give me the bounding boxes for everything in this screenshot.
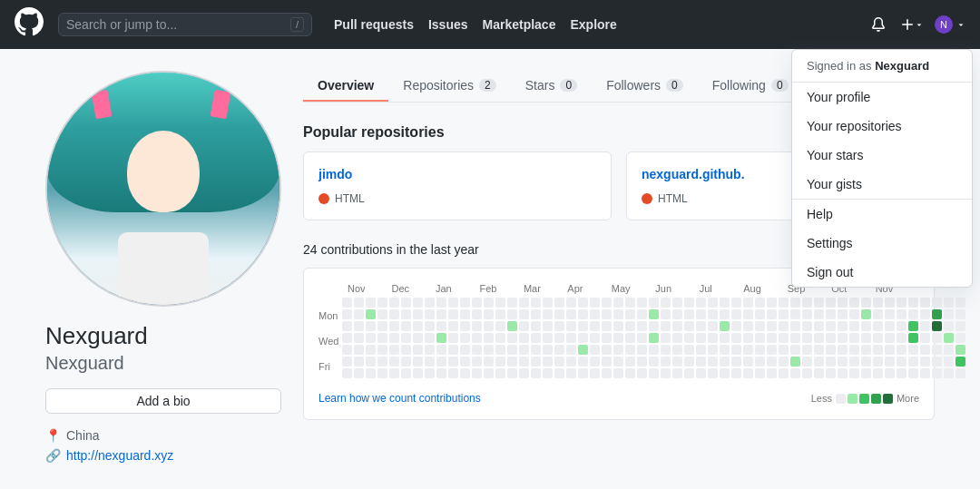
day-cell xyxy=(767,321,777,331)
day-cell xyxy=(849,298,859,308)
week-col xyxy=(531,298,541,385)
dropdown-sign-out[interactable]: Sign out xyxy=(792,258,972,287)
day-cell xyxy=(814,333,824,343)
day-cell xyxy=(920,309,930,319)
tab-following[interactable]: Following 0 xyxy=(698,71,803,102)
new-dropdown-button[interactable] xyxy=(897,14,927,35)
day-cell xyxy=(519,298,529,308)
week-col xyxy=(425,298,435,385)
dropdown-your-profile[interactable]: Your profile xyxy=(792,83,972,112)
day-cell xyxy=(897,357,906,367)
day-cell xyxy=(767,368,777,378)
day-cell xyxy=(779,357,789,367)
location-icon: 📍 xyxy=(45,428,61,443)
day-cell xyxy=(436,357,446,367)
day-cell xyxy=(944,345,954,355)
repo-name-0[interactable]: jimdo xyxy=(318,167,352,181)
day-cell xyxy=(920,357,930,367)
day-cell xyxy=(708,309,718,319)
github-logo[interactable] xyxy=(15,7,44,42)
day-cell xyxy=(519,345,529,355)
week-col xyxy=(720,298,730,385)
search-input[interactable] xyxy=(66,17,283,32)
dropdown-your-repositories[interactable]: Your repositories xyxy=(792,112,972,141)
day-cell xyxy=(708,333,718,343)
nav-marketplace[interactable]: Marketplace xyxy=(483,17,556,32)
notifications-button[interactable] xyxy=(867,14,889,35)
tab-repositories-label: Repositories xyxy=(403,78,474,93)
learn-contributions-link[interactable]: Learn how we count contributions xyxy=(318,392,481,405)
day-cell xyxy=(625,333,635,343)
day-cell xyxy=(672,321,682,331)
tab-followers[interactable]: Followers 0 xyxy=(592,71,698,102)
signed-in-prefix: Signed in as xyxy=(807,59,875,73)
tab-repositories[interactable]: Repositories 2 xyxy=(388,71,511,102)
dropdown-your-stars[interactable]: Your stars xyxy=(792,141,972,170)
day-cell xyxy=(649,345,659,355)
day-cell xyxy=(495,298,505,308)
day-cell xyxy=(354,357,364,367)
tab-stars[interactable]: Stars 0 xyxy=(511,71,592,102)
day-cell xyxy=(613,333,623,343)
tab-overview[interactable]: Overview xyxy=(303,71,388,102)
day-cell xyxy=(613,357,623,367)
add-bio-button[interactable]: Add a bio xyxy=(45,388,281,414)
day-cell xyxy=(377,309,387,319)
day-cell xyxy=(460,309,470,319)
week-col xyxy=(401,298,411,385)
day-cell xyxy=(672,298,682,308)
profile-website-link[interactable]: http://nexguard.xyz xyxy=(66,448,173,463)
profile-avatar-large xyxy=(45,71,281,307)
dropdown-your-gists[interactable]: Your gists xyxy=(792,170,972,199)
day-cell xyxy=(672,309,682,319)
user-avatar-button[interactable]: N xyxy=(935,15,965,34)
week-col xyxy=(507,298,517,385)
repo-name-1[interactable]: nexguard.github. xyxy=(642,167,745,181)
day-cell xyxy=(826,345,836,355)
day-cell xyxy=(531,309,541,319)
dropdown-settings[interactable]: Settings xyxy=(792,229,972,258)
day-cell xyxy=(885,333,895,343)
tab-followers-count: 0 xyxy=(666,79,683,92)
day-cell xyxy=(755,309,765,319)
week-col xyxy=(838,298,848,385)
day-cell xyxy=(425,333,435,343)
nav-explore[interactable]: Explore xyxy=(570,17,616,32)
day-cell xyxy=(531,345,541,355)
dropdown-help[interactable]: Help xyxy=(792,200,972,229)
day-cell xyxy=(779,309,789,319)
day-cell xyxy=(448,298,458,308)
day-cell xyxy=(389,309,399,319)
day-label-fri: Fri xyxy=(318,361,338,372)
search-box[interactable]: / xyxy=(58,13,312,36)
day-cell xyxy=(472,309,482,319)
day-cell xyxy=(342,321,352,331)
day-cell xyxy=(838,345,848,355)
day-cell xyxy=(826,309,836,319)
day-cell xyxy=(802,309,812,319)
day-cell xyxy=(472,368,482,378)
day-cell xyxy=(625,321,635,331)
header-nav: Pull requests Issues Marketplace Explore xyxy=(334,17,617,32)
day-cell xyxy=(366,368,376,378)
day-cell xyxy=(814,368,824,378)
day-cell xyxy=(743,309,753,319)
nav-pull-requests[interactable]: Pull requests xyxy=(334,17,414,32)
day-cell xyxy=(743,357,753,367)
day-cell xyxy=(519,368,529,378)
day-cell xyxy=(956,333,965,343)
profile-sidebar: Nexguard Nexguard Add a bio 📍 China 🔗 ht… xyxy=(45,71,281,463)
day-cell xyxy=(661,368,671,378)
day-cell xyxy=(578,321,588,331)
nav-issues[interactable]: Issues xyxy=(428,17,468,32)
day-cell xyxy=(684,298,694,308)
day-cell xyxy=(637,309,647,319)
day-cell xyxy=(519,321,529,331)
week-col xyxy=(661,298,671,385)
day-cell xyxy=(672,333,682,343)
day-cell xyxy=(826,298,836,308)
day-cell xyxy=(566,357,576,367)
repo-lang-0: HTML xyxy=(318,192,596,205)
day-cell xyxy=(425,321,435,331)
day-cell xyxy=(661,357,671,367)
